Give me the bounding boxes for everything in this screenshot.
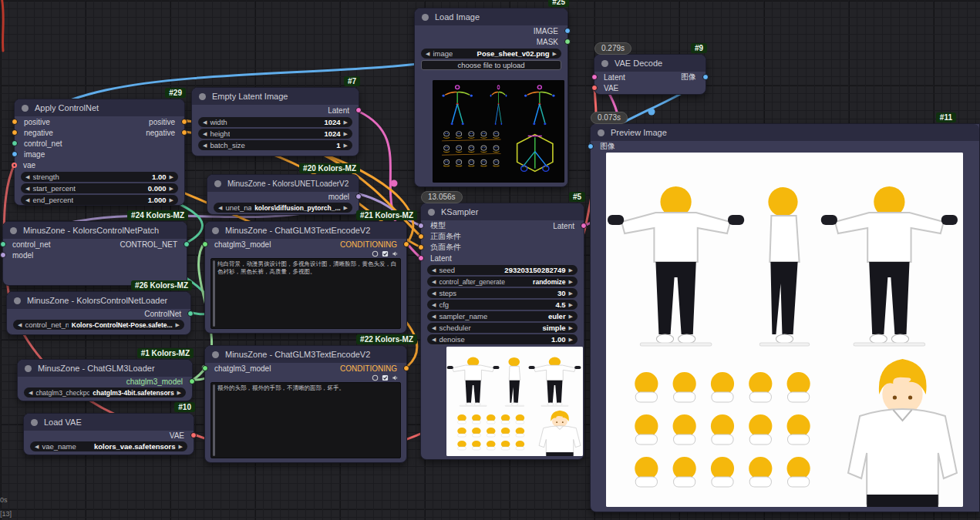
node-graph-canvas[interactable]: #25 Load Image IMAGE MASK ◀imagePose_she… <box>0 0 980 520</box>
upload-button[interactable]: choose file to upload <box>421 60 561 70</box>
collapse-dot-icon[interactable] <box>31 419 38 426</box>
widget-vae-name[interactable]: ◀vae_namekolors_vae.safetensors▶ <box>30 441 187 451</box>
collapse-dot-icon[interactable] <box>422 14 429 21</box>
node-title-bar[interactable]: MinusZone - ChatGLM3TextEncodeV2 <box>205 346 406 363</box>
right-arrow-icon[interactable]: ▶ <box>569 290 573 296</box>
node-title-bar[interactable]: MinusZone - ChatGLM3TextEncodeV2 <box>205 222 406 239</box>
input-slot-negative[interactable] <box>12 129 18 136</box>
node-title-bar[interactable]: MinusZone - KolorsUNETLoaderV2 <box>207 175 359 192</box>
collapse-dot-icon[interactable] <box>22 105 29 112</box>
node-load-image[interactable]: #25 Load Image IMAGE MASK ◀imagePose_she… <box>414 8 568 187</box>
circle-icon[interactable] <box>372 374 379 381</box>
right-arrow-icon[interactable]: ▶ <box>344 131 348 136</box>
input-slot-vae[interactable] <box>591 85 598 91</box>
node-title-bar[interactable]: VAE Decode <box>594 55 706 72</box>
widget-end-percent[interactable]: ◀end_percent1.000▶ <box>21 195 178 205</box>
input-slot-control-net[interactable] <box>12 140 18 146</box>
input-slot-vae[interactable] <box>12 163 17 168</box>
collapse-dot-icon[interactable] <box>25 365 32 372</box>
left-arrow-icon[interactable]: ◀ <box>25 174 29 179</box>
input-slot-latent[interactable] <box>418 255 424 261</box>
left-arrow-icon[interactable]: ◀ <box>432 314 436 319</box>
widget-chatglm3-checkpoint[interactable]: ◀chatglm3_checkpointchatglm3-4bit.safete… <box>24 387 186 398</box>
left-arrow-icon[interactable]: ◀ <box>203 143 207 148</box>
node-chatglm3-text-encode-negative[interactable]: #22 Kolors-MZ MinusZone - ChatGLM3TextEn… <box>204 345 407 463</box>
input-slot-image[interactable] <box>588 143 594 149</box>
input-slot-image[interactable] <box>12 151 18 157</box>
node-title-bar[interactable]: KSampler <box>421 203 584 220</box>
input-slot-negative[interactable] <box>418 244 424 250</box>
node-preview-image[interactable]: 0.073s #11 Preview Image 图像 <box>590 123 980 512</box>
left-arrow-icon[interactable]: ◀ <box>25 186 29 191</box>
node-empty-latent-image[interactable]: #7 Empty Latent Image Latent ◀width1024▶… <box>191 87 359 156</box>
output-slot-latent[interactable] <box>581 223 587 229</box>
node-title-bar[interactable]: MinusZone - ChatGLM3Loader <box>18 360 192 377</box>
right-arrow-icon[interactable]: ▶ <box>569 337 573 342</box>
right-arrow-icon[interactable]: ▶ <box>569 279 573 284</box>
output-slot-control-net[interactable] <box>184 241 190 247</box>
output-slot-image[interactable] <box>702 74 709 80</box>
node-title-bar[interactable]: Preview Image <box>591 124 979 141</box>
output-slot-positive[interactable] <box>181 119 187 125</box>
node-title-bar[interactable]: MinusZone - KolorsControlNetPatch <box>3 222 187 239</box>
widget-control-after-generate[interactable]: ◀control_after_generaterandomize▶ <box>427 277 578 287</box>
widget-scheduler[interactable]: ◀schedulersimple▶ <box>427 323 578 333</box>
left-arrow-icon[interactable]: ◀ <box>432 302 436 307</box>
node-load-vae[interactable]: #10 Load VAE VAE ◀vae_namekolors_vae.saf… <box>23 413 194 455</box>
right-arrow-icon[interactable]: ▶ <box>170 197 173 203</box>
output-slot-conditioning[interactable] <box>403 365 409 371</box>
input-slot-latent[interactable] <box>591 74 598 80</box>
widget-batch-size[interactable]: ◀batch_size1▶ <box>198 140 352 150</box>
node-ksampler[interactable]: 13.056s #5 KSampler 模型 Latent 正面条件 负面条件 … <box>420 203 584 460</box>
collapse-dot-icon[interactable] <box>598 129 605 136</box>
widget-denoise[interactable]: ◀denoise1.00▶ <box>427 334 578 344</box>
left-arrow-icon[interactable]: ◀ <box>25 197 29 203</box>
node-apply-controlnet[interactable]: #29 Apply ControlNet positive positive n… <box>14 99 185 206</box>
widget-cfg[interactable]: ◀cfg4.5▶ <box>427 300 578 310</box>
left-arrow-icon[interactable]: ◀ <box>203 131 207 136</box>
right-arrow-icon[interactable]: ▶ <box>569 325 573 330</box>
right-arrow-icon[interactable]: ▶ <box>344 205 348 210</box>
left-arrow-icon[interactable]: ◀ <box>18 322 22 327</box>
output-slot-vae[interactable] <box>190 432 197 438</box>
input-slot-chatglm3-model[interactable] <box>202 365 208 371</box>
output-slot-image[interactable] <box>564 28 571 34</box>
widget-sampler-name[interactable]: ◀sampler_nameeuler▶ <box>427 311 578 321</box>
left-arrow-icon[interactable]: ◀ <box>432 279 436 284</box>
input-slot-positive[interactable] <box>12 119 18 125</box>
left-arrow-icon[interactable]: ◀ <box>426 51 429 56</box>
output-slot-chatglm3-model[interactable] <box>189 378 195 384</box>
widget-height[interactable]: ◀height1024▶ <box>198 129 352 139</box>
node-chatglm3-text-encode-positive[interactable]: #21 Kolors-MZ MinusZone - ChatGLM3TextEn… <box>204 221 407 334</box>
right-arrow-icon[interactable]: ▶ <box>179 444 183 449</box>
collapse-dot-icon[interactable] <box>14 297 21 304</box>
prompt-textarea[interactable]: 纯白背景，动漫男孩设计图，多视角设计图，清晰脸部，黄色头发，白色衬衫，黑色长裤，… <box>210 258 401 329</box>
input-slot-model[interactable] <box>0 252 6 258</box>
output-slot-model[interactable] <box>355 193 362 200</box>
input-slot-chatglm3-model[interactable] <box>202 241 208 247</box>
right-arrow-icon[interactable]: ▶ <box>553 51 557 56</box>
speaker-icon[interactable] <box>392 250 399 257</box>
widget-image[interactable]: ◀imagePose_sheet_v02.png▶ <box>421 49 561 59</box>
output-slot-latent[interactable] <box>355 107 362 113</box>
right-arrow-icon[interactable]: ▶ <box>569 267 573 273</box>
node-title-bar[interactable]: Empty Latent Image <box>192 88 359 105</box>
node-title-bar[interactable]: Apply ControlNet <box>15 99 184 116</box>
output-slot-controlnet[interactable] <box>187 310 194 317</box>
right-arrow-icon[interactable]: ▶ <box>569 314 573 319</box>
circle-icon[interactable] <box>372 250 379 257</box>
node-title-bar[interactable]: MinusZone - KolorsControlNetLoader <box>7 292 190 309</box>
textarea-scrollbar[interactable] <box>213 384 215 456</box>
left-arrow-icon[interactable]: ◀ <box>432 325 436 330</box>
output-slot-negative[interactable] <box>181 129 187 136</box>
widget-start-percent[interactable]: ◀start_percent0.000▶ <box>21 183 178 193</box>
collapse-dot-icon[interactable] <box>601 60 608 67</box>
widget-unet-name[interactable]: ◀unet_namekolors\diffusion_pytorch_...▶ <box>214 203 352 213</box>
right-arrow-icon[interactable]: ▶ <box>176 322 180 327</box>
node-title-bar[interactable]: Load VAE <box>24 414 194 431</box>
widget-steps[interactable]: ◀steps30▶ <box>427 288 578 298</box>
left-arrow-icon[interactable]: ◀ <box>35 444 39 449</box>
right-arrow-icon[interactable]: ▶ <box>170 174 173 179</box>
input-slot-positive[interactable] <box>418 233 424 240</box>
node-chatglm3-loader[interactable]: #1 Kolors-MZ MinusZone - ChatGLM3Loader … <box>17 359 193 401</box>
